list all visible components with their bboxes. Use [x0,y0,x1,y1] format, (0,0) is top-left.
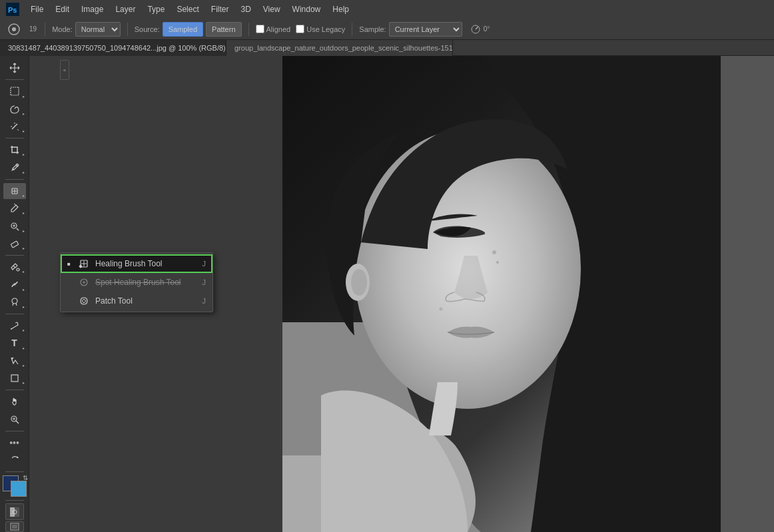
mode-dropdown[interactable]: Normal Multiply Screen [75,22,121,37]
dodge-icon [9,297,20,308]
svg-point-18 [17,268,19,271]
menu-help[interactable]: Help [327,3,354,15]
healing-brush-menu-icon [78,258,90,270]
screen-mode-btn[interactable] [5,521,24,532]
mode-option: Mode: Normal Multiply Screen [52,22,121,37]
rotate-canvas-btn[interactable] [3,452,26,468]
toolbar-sep-9 [5,500,24,501]
toolbar-sep-3 [5,179,24,180]
menu-3d[interactable]: 3D [235,3,256,15]
hand-icon [9,396,20,407]
move-icon [9,62,21,74]
source-label: Source: [135,25,160,33]
crop-icon [9,144,20,155]
menu-select[interactable]: Select [171,3,204,15]
app-logo: Ps [5,2,20,17]
pen-tool-btn[interactable] [3,318,26,334]
move-tool-btn[interactable] [3,60,26,76]
canvas-area: ■ Healing Brush Tool J [29,56,774,532]
toolbar-sep-2 [5,138,24,138]
eyedropper-tool-btn[interactable] [3,159,26,175]
brush-options-icon [5,21,23,38]
source-sampled-btn[interactable]: Sampled [163,22,203,37]
lasso-tool-btn[interactable] [3,101,26,117]
text-tool-btn[interactable]: T [3,335,26,351]
zoom-tool-btn[interactable] [3,411,26,427]
svg-rect-6 [11,87,19,95]
menu-window[interactable]: Window [287,3,326,15]
shape-tool-btn[interactable] [3,370,26,386]
svg-rect-17 [11,241,19,248]
menu-filter[interactable]: Filter [206,3,234,15]
menu-edit[interactable]: Edit [50,3,75,15]
paint-bucket-tool-btn[interactable] [3,259,26,275]
context-menu-healing-brush[interactable]: ■ Healing Brush Tool J [61,254,212,273]
tab-1-label: group_landscape_nature_outdoors_people_s… [234,44,453,52]
menu-view[interactable]: View [258,3,286,15]
svg-point-21 [11,328,12,330]
swap-colors-btn[interactable]: ⇅ [23,474,28,481]
menu-layer[interactable]: Layer [110,3,141,15]
patch-tool-shortcut: J [202,297,206,305]
svg-point-38 [440,308,443,311]
sample-option: Sample: Current Layer All Layers [359,22,462,37]
toolbar: T [0,56,29,532]
tab-1[interactable]: group_landscape_nature_outdoors_people_s… [226,40,453,56]
svg-rect-41 [721,56,774,532]
photo-canvas[interactable] [282,56,774,532]
path-selection-icon [9,356,20,366]
aligned-option: Aligned [256,25,291,33]
photo-svg [282,56,774,532]
menu-image[interactable]: Image [76,3,109,15]
patch-tool-menu-icon [78,295,90,307]
text-icon: T [11,338,17,348]
aligned-label: Aligned [266,25,291,33]
svg-point-19 [13,283,16,286]
rotate-icon [9,455,20,465]
menu-file[interactable]: File [25,3,49,15]
clone-stamp-tool-btn[interactable] [3,218,26,234]
more-tools-btn[interactable]: ••• [3,435,26,451]
toolbar-collapse-btn[interactable]: « [60,60,69,80]
crop-tool-btn[interactable] [3,142,26,158]
main-area: T [0,56,774,532]
healing-brush-bullet: ■ [67,261,73,267]
context-menu-spot-healing[interactable]: Spot Healing Brush Tool J [61,273,212,292]
clone-stamp-icon [9,221,20,232]
background-color-swatch[interactable] [11,481,27,497]
source-option: Source: Sampled Pattern [135,22,242,37]
brush-tool-btn[interactable] [3,200,26,216]
svg-point-37 [496,261,499,264]
eyedropper-icon [9,162,20,173]
marquee-tool-btn[interactable] [3,83,26,99]
context-menu-patch-tool[interactable]: Patch Tool J [61,292,212,310]
healing-brush-label: Healing Brush Tool [95,259,197,268]
dodge-tool-btn[interactable] [3,294,26,310]
svg-line-10 [17,129,19,131]
eraser-tool-btn[interactable] [3,236,26,252]
sample-dropdown[interactable]: Current Layer All Layers [389,22,462,37]
hand-tool-btn[interactable] [3,394,26,409]
quick-mask-btn[interactable] [5,503,24,520]
blur-tool-btn[interactable] [3,276,26,292]
spot-healing-shortcut: J [202,278,206,286]
toolbar-sep-6 [5,390,24,390]
tab-0[interactable]: 30831487_440389139750750_1094748642...jp… [0,40,226,56]
zoom-icon [9,414,20,425]
path-selection-tool-btn[interactable] [3,353,26,369]
use-legacy-checkbox[interactable] [296,25,304,33]
svg-rect-23 [11,375,18,382]
healing-brush-tool-btn[interactable] [3,183,26,199]
angle-icon [470,24,481,35]
source-pattern-btn[interactable]: Pattern [206,22,241,37]
aligned-checkbox[interactable] [256,25,264,33]
eraser-icon [9,238,20,249]
marquee-icon [9,86,20,97]
magic-wand-tool-btn[interactable] [3,119,26,134]
paint-bucket-icon [9,262,20,272]
svg-point-40 [351,269,367,296]
svg-point-36 [492,250,496,254]
svg-point-3 [12,27,16,31]
shape-icon [9,373,20,384]
menu-type[interactable]: Type [142,3,170,15]
